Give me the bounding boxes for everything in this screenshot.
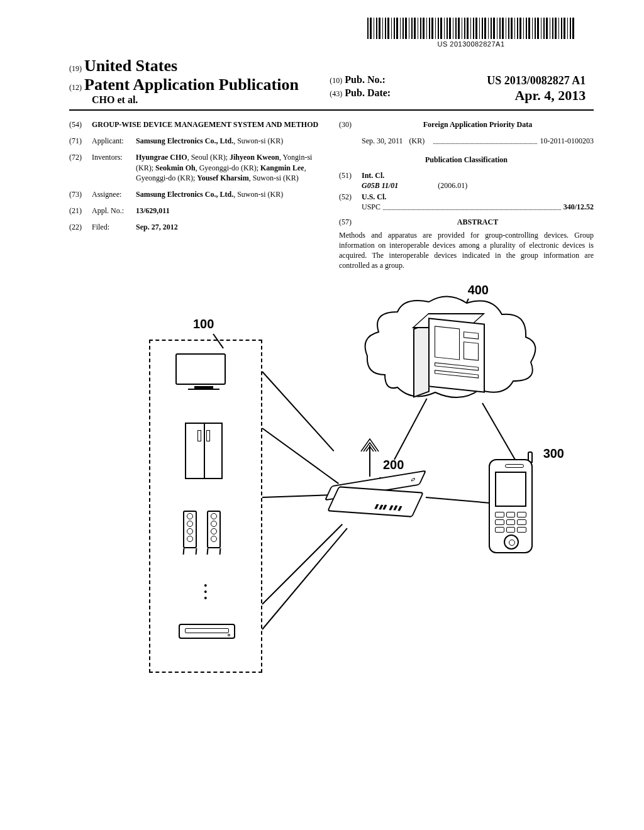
biblio-right: (30) Foreign Application Priority Data S… [339,119,594,270]
code-19: (19) [69,64,82,73]
inventor-loc: , Suwon-si (KR) [249,174,299,182]
field-73: (73) Assignee: Samsung Electronics Co., … [69,189,324,199]
field-54: (54) GROUP-WISE DEVICE MANAGEMENT SYSTEM… [69,119,324,130]
code-21: (21) [69,206,92,216]
tv-icon [175,353,232,397]
assignee-name: Samsung Electronics Co., Ltd. [136,190,233,199]
code-10: (10) [330,76,342,85]
code-71: (71) [69,136,92,146]
header: (19) United States (12) Patent Applicati… [69,57,594,106]
signal-waves-icon [357,436,382,455]
connection-line [262,524,343,605]
inventor-name: Kangmin Lee [260,163,304,172]
priority-appno: 10-2011-0100203 [540,136,594,146]
barcode-block: US 20130082827A1 [367,18,575,48]
dotted-leader [383,209,561,210]
inventor-name: Hyungrae CHO [136,153,187,162]
filed-date: Sep. 27, 2012 [136,222,324,232]
dvd-icon [179,624,235,639]
code-57: (57) [339,217,362,227]
uscl-label: U.S. Cl. [362,192,594,202]
intcl-class: G05B 11/01 [362,181,398,190]
field-22: (22) Filed: Sep. 27, 2012 [69,222,324,232]
country-title: United States [84,57,177,75]
figure: 100 200 300 400 ••• [99,289,564,692]
uspc-value: 340/12.52 [564,202,594,212]
applno: 13/629,011 [136,206,324,216]
intcl-edition: (2006.01) [438,181,467,190]
barcode-text: US 20130082827A1 [367,40,575,48]
speakers-icon [180,511,231,567]
code-52: (52) [339,192,362,212]
uspc-prefix: USPC [362,202,380,212]
bibliographic-data: (54) GROUP-WISE DEVICE MANAGEMENT SYSTEM… [69,119,594,270]
authors-line: CHO et al. [92,94,321,106]
header-rule [69,109,594,111]
connection-line [262,372,334,452]
fridge-icon [185,423,223,479]
inventor-name: Jihyeon Kweon [230,153,279,162]
dotted-leader [433,143,537,144]
inventor-name: Seokmin Oh [155,163,196,172]
inventors-list: Hyungrae CHO, Seoul (KR); Jihyeon Kweon,… [136,152,324,183]
biblio-left: (54) GROUP-WISE DEVICE MANAGEMENT SYSTEM… [69,119,324,270]
ellipsis-icon: ••• [204,583,208,602]
code-54: (54) [69,119,92,130]
label-applicant: Applicant: [92,136,136,146]
code-72: (72) [69,152,92,183]
cloud-icon [363,289,539,415]
server-icon [413,314,495,396]
label-filed: Filed: [92,222,136,232]
abstract-title: ABSTRACT [362,217,594,227]
foreign-priority-title: Foreign Application Priority Data [362,119,594,130]
foreign-priority-row: Sep. 30, 2011 (KR) 10-2011-0100203 [362,136,594,146]
device-group-box: ••• [149,340,262,673]
code-12: (12) [69,83,82,92]
applicant-name: Samsung Electronics Co., Ltd. [136,136,233,145]
connection-line [262,528,348,630]
connection-line [262,428,339,484]
field-72: (72) Inventors: Hyungrae CHO, Seoul (KR)… [69,152,324,183]
invention-title: GROUP-WISE DEVICE MANAGEMENT SYSTEM AND … [92,119,324,130]
label-applno: Appl. No.: [92,206,136,216]
field-52: (52) U.S. Cl. USPC 340/12.52 [339,192,594,212]
doc-type: Patent Application Publication [84,75,299,94]
pubno-label: Pub. No.: [345,74,385,85]
pub-classification-title: Publication Classification [339,155,594,165]
field-71: (71) Applicant: Samsung Electronics Co.,… [69,136,324,146]
figure-label-300: 300 [543,446,564,461]
inventor-loc: , Seoul (KR); [187,153,230,162]
code-51: (51) [339,170,362,191]
field-57: (57) ABSTRACT [339,217,594,227]
antenna-icon [369,445,370,477]
pubno: US 2013/0082827 A1 [487,74,586,87]
figure-label-100: 100 [193,317,214,331]
field-30: (30) Foreign Application Priority Data [339,119,594,130]
pubdate-label: Pub. Date: [345,87,391,98]
pubdate: Apr. 4, 2013 [514,87,586,104]
assignee-loc: Suwon-si (KR) [237,190,283,199]
barcode [367,18,575,39]
router-icon: ▮▮▮ ▮▮▮ [331,478,426,514]
intcl-label: Int. Cl. [362,170,594,180]
code-30: (30) [339,119,362,130]
inventor-loc: , Gyeonggi-do (KR); [196,163,260,172]
inventor-name: Yousef Kharsim [197,174,248,182]
priority-date: Sep. 30, 2011 [362,136,403,146]
code-22: (22) [69,222,92,232]
applicant-loc: Suwon-si (KR) [237,136,283,145]
label-inventors: Inventors: [92,152,136,183]
priority-cc: (KR) [409,136,425,146]
field-51: (51) Int. Cl. G05B 11/01 (2006.01) [339,170,594,191]
figure-label-200: 200 [383,458,404,472]
phone-icon [489,459,539,560]
label-assignee: Assignee: [92,189,136,199]
abstract-text: Methods and apparatus are provided for g… [339,230,594,271]
code-43: (43) [330,89,342,98]
field-21: (21) Appl. No.: 13/629,011 [69,206,324,216]
code-73: (73) [69,189,92,199]
